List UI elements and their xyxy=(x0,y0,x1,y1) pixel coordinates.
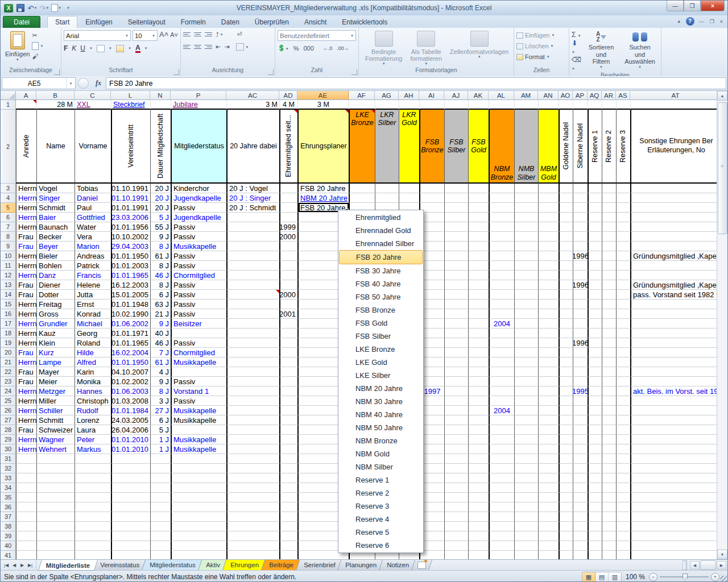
cell-AS[interactable] xyxy=(616,435,630,444)
cell-AS[interactable] xyxy=(616,357,630,367)
cell-AD[interactable]: 1999 xyxy=(279,222,297,232)
cell-AJ[interactable] xyxy=(444,242,468,251)
cell-C[interactable]: Water xyxy=(75,222,111,232)
cell-AD[interactable] xyxy=(279,406,297,415)
cell-AQ[interactable] xyxy=(588,493,602,502)
tab-seitenlayout[interactable]: Seitenlayout xyxy=(121,16,173,28)
cell-L[interactable] xyxy=(111,502,150,512)
cell-AD[interactable] xyxy=(279,541,297,551)
cell-AK[interactable] xyxy=(468,386,489,396)
cell-AO[interactable] xyxy=(559,435,573,444)
tab-daten[interactable]: Daten xyxy=(214,16,247,28)
cell-AT[interactable]: pass. Vorstand seit 1982 Fahne xyxy=(630,290,718,300)
cut-icon[interactable]: ✂ xyxy=(32,31,43,40)
undo-icon[interactable]: ↶▼ xyxy=(27,3,38,13)
cell-AT[interactable] xyxy=(630,551,718,559)
prev-sheet-icon[interactable]: ◀ xyxy=(11,563,18,568)
cell-A[interactable]: Herrn xyxy=(16,444,36,454)
cell-AN[interactable] xyxy=(538,464,559,473)
cell-AI[interactable] xyxy=(419,193,444,203)
cell-AR[interactable] xyxy=(602,232,616,242)
column-header-AP[interactable]: AP xyxy=(573,91,588,100)
cell-AR[interactable] xyxy=(602,493,616,502)
cell-AK[interactable] xyxy=(468,271,489,280)
cell-C[interactable]: Helene xyxy=(75,280,111,290)
cell-AT[interactable] xyxy=(630,232,718,242)
cell-N[interactable] xyxy=(150,551,171,559)
cell-AQ[interactable] xyxy=(588,203,602,213)
cell-AD[interactable] xyxy=(279,348,297,357)
cell-AO[interactable]: Goldene Nadel xyxy=(559,110,573,184)
cell-C[interactable] xyxy=(75,512,111,522)
cell-C[interactable] xyxy=(75,464,111,473)
percent-style-icon[interactable]: % xyxy=(293,45,299,52)
cell-AM[interactable] xyxy=(514,348,538,357)
cell-AO[interactable] xyxy=(559,473,573,483)
cell-C[interactable]: Konrad xyxy=(75,309,111,319)
cell-AD[interactable] xyxy=(279,531,297,541)
cell-B[interactable]: Bieler xyxy=(36,251,75,261)
cell-AT[interactable] xyxy=(630,348,718,357)
cell-N[interactable] xyxy=(150,512,171,522)
cell-AM[interactable] xyxy=(514,406,538,415)
cell-AR[interactable] xyxy=(602,551,616,559)
tab-start[interactable]: Start xyxy=(47,16,77,28)
cell-AN[interactable] xyxy=(538,551,559,559)
cell-AC[interactable]: 20 J : Schmidt xyxy=(226,203,279,213)
cell-L[interactable]: 04.10.2007 xyxy=(111,367,150,377)
cell-AH[interactable] xyxy=(399,184,419,193)
row-header-34[interactable]: 34 xyxy=(1,483,16,493)
cell-P[interactable]: Mitgliederstatus xyxy=(171,110,226,184)
cell-AQ[interactable] xyxy=(588,464,602,473)
cell-AN[interactable] xyxy=(538,512,559,522)
cell-A[interactable]: Frau xyxy=(16,425,36,435)
cell-AC[interactable] xyxy=(226,531,279,541)
cell-AK[interactable] xyxy=(468,367,489,377)
row-header-33[interactable]: 33 xyxy=(1,473,16,483)
cell-A[interactable]: Herrn xyxy=(16,309,36,319)
cell-N[interactable]: 8 J xyxy=(150,261,171,271)
pick-list-item[interactable]: FSB 40 Jahre xyxy=(339,277,423,290)
cell-AS[interactable] xyxy=(616,367,630,377)
cell-AM[interactable] xyxy=(514,502,538,512)
cell-B[interactable]: Miller xyxy=(36,396,75,406)
cell-AQ[interactable] xyxy=(588,242,602,251)
cell-AJ[interactable] xyxy=(444,300,468,309)
cell-AD[interactable] xyxy=(279,415,297,425)
cell-AN[interactable] xyxy=(538,309,559,319)
cell-AP[interactable]: 1996 xyxy=(573,338,588,348)
cell-N[interactable] xyxy=(150,100,171,110)
cell-AQ[interactable] xyxy=(588,522,602,531)
cell-AM[interactable] xyxy=(514,329,538,338)
cell-AL[interactable] xyxy=(489,386,514,396)
cell-AP[interactable] xyxy=(573,502,588,512)
cell-AJ[interactable]: FSB Silber xyxy=(444,110,468,184)
cell-P[interactable] xyxy=(171,531,226,541)
cell-AR[interactable] xyxy=(602,396,616,406)
cell-AJ[interactable] xyxy=(444,454,468,464)
cell-AM[interactable] xyxy=(514,464,538,473)
cell-AT[interactable] xyxy=(630,319,718,329)
cell-C[interactable] xyxy=(75,454,111,464)
cell-AK[interactable] xyxy=(468,454,489,464)
pick-list-item[interactable]: FSB Gold xyxy=(339,317,423,330)
cell-AR[interactable] xyxy=(602,300,616,309)
cell-AD[interactable]: 4 M xyxy=(279,100,297,110)
cell-AR[interactable] xyxy=(602,415,616,425)
cell-AC[interactable] xyxy=(226,444,279,454)
cell-AG[interactable]: LKR Silber xyxy=(375,110,399,184)
scroll-left-icon[interactable]: ◀ xyxy=(690,561,700,569)
zoom-slider-thumb[interactable] xyxy=(682,573,688,581)
cell-AP[interactable] xyxy=(573,261,588,271)
cell-B[interactable]: Baunach xyxy=(36,222,75,232)
cell-AL[interactable] xyxy=(489,357,514,367)
cell-AC[interactable] xyxy=(226,213,279,222)
cell-AK[interactable] xyxy=(468,184,489,193)
cell-P[interactable]: Passiv xyxy=(171,377,226,386)
cell-B[interactable]: Freitag xyxy=(36,300,75,309)
cell-AP[interactable] xyxy=(573,100,588,110)
cell-AN[interactable]: MBM Gold xyxy=(538,110,559,184)
fill-icon[interactable]: ⬇ ▼ xyxy=(572,39,581,55)
pick-list-item[interactable]: Ehrennadel Gold xyxy=(339,224,423,237)
cell-AS[interactable] xyxy=(616,193,630,203)
